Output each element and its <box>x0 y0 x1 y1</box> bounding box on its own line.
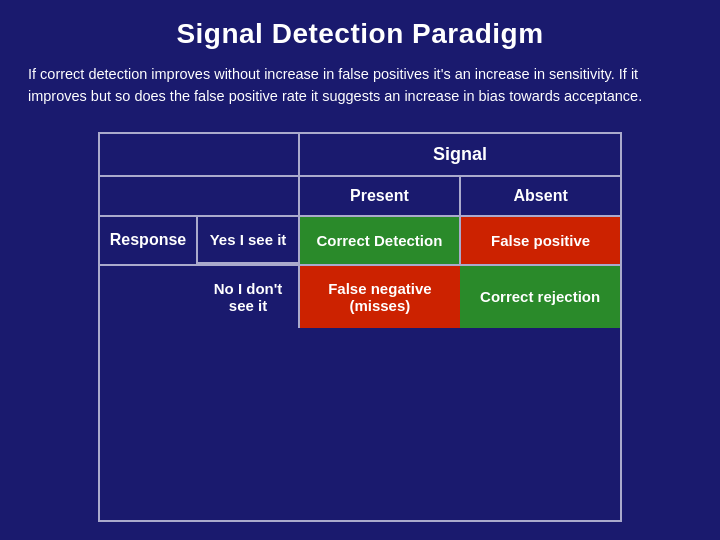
absent-header: Absent <box>461 177 620 217</box>
response-group: Response Yes I see it <box>100 217 300 264</box>
table-wrapper: Signal Present Absent Response Yes I see… <box>28 132 692 523</box>
signal-column-header: Signal <box>300 134 620 177</box>
signal-header-row: Signal <box>100 134 620 177</box>
response-label: Response <box>100 217 198 264</box>
present-header: Present <box>300 177 461 217</box>
data-row-yes: Response Yes I see it Correct Detection … <box>100 217 620 266</box>
no-response-label: No I don't see it <box>198 266 298 328</box>
response-group-2: Response No I don't see it <box>100 266 300 328</box>
top-left-blank <box>100 134 300 177</box>
signal-detection-table: Signal Present Absent Response Yes I see… <box>98 132 622 523</box>
response-text: Response <box>110 231 186 249</box>
yes-response-label: Yes I see it <box>198 217 298 264</box>
sub-header-row: Present Absent <box>100 177 620 217</box>
correct-rejection-cell: Correct rejection <box>460 266 620 328</box>
correct-detection-cell: Correct Detection <box>300 217 461 264</box>
false-negative-cell: False negative (misses) <box>300 266 460 328</box>
data-row-no: Response No I don't see it False negativ… <box>100 266 620 328</box>
page: Signal Detection Paradigm If correct det… <box>0 0 720 540</box>
description-text: If correct detection improves without in… <box>28 64 692 108</box>
sub-header-blank <box>100 177 300 217</box>
page-title: Signal Detection Paradigm <box>28 18 692 50</box>
false-positive-cell: False positive <box>461 217 620 264</box>
